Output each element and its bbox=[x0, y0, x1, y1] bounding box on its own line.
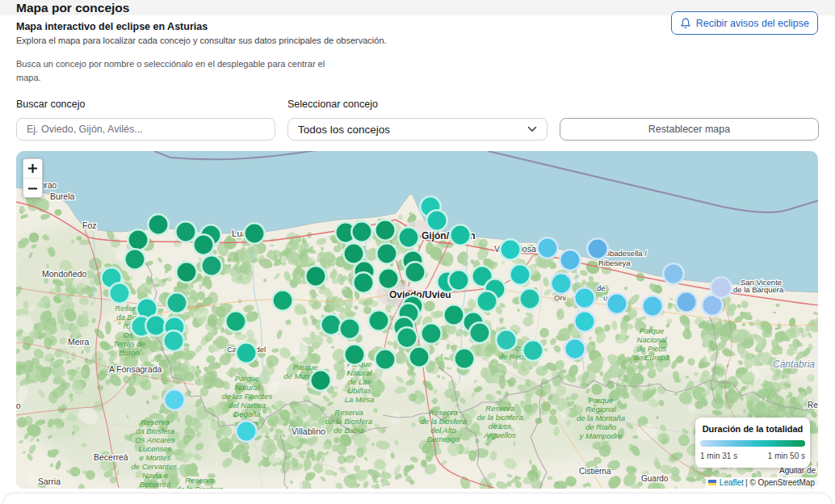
svg-text:Parque: Parque bbox=[589, 396, 614, 405]
svg-text:La Mesa: La Mesa bbox=[345, 395, 374, 404]
svg-text:Villablino: Villablino bbox=[292, 426, 325, 436]
svg-text:Regional: Regional bbox=[585, 405, 616, 414]
svg-text:Natural: Natural bbox=[347, 368, 373, 377]
svg-text:Cistierna: Cistierna bbox=[579, 467, 611, 476]
svg-text:Becerreá: Becerreá bbox=[94, 452, 128, 462]
svg-text:Lucenses: Lucenses bbox=[139, 444, 172, 453]
svg-text:de: de bbox=[597, 284, 606, 292]
svg-text:de Las: de Las bbox=[348, 377, 371, 386]
svg-text:de Los: de Los bbox=[489, 422, 512, 430]
svg-text:Cantabria: Cantabria bbox=[773, 359, 815, 370]
svg-text:de Riaño: de Riaño bbox=[585, 422, 616, 431]
svg-text:Ubiñas: Ubiñas bbox=[347, 386, 371, 395]
svg-text:de Babia: de Babia bbox=[334, 426, 364, 435]
svg-text:Bernesga: Bernesga bbox=[427, 435, 460, 443]
svg-text:da Biosfera: da Biosfera bbox=[136, 426, 174, 435]
svg-text:Natural: Natural bbox=[235, 383, 261, 392]
svg-text:del Alto: del Alto bbox=[430, 426, 455, 435]
svg-text:de Europa: de Europa bbox=[634, 353, 669, 362]
svg-text:de la Biosfera: de la Biosfera bbox=[325, 417, 372, 426]
svg-text:Arguellos: Arguellos bbox=[483, 430, 516, 439]
svg-text:Parque: Parque bbox=[293, 363, 318, 372]
svg-text:de Picos: de Picos bbox=[637, 344, 667, 353]
svg-text:del Narcea: del Narcea bbox=[229, 401, 266, 410]
svg-text:go: go bbox=[16, 401, 21, 410]
svg-text:Reserva: Reserva bbox=[185, 476, 213, 485]
svg-text:de las Fuentes: de las Fuentes bbox=[222, 392, 273, 401]
svg-text:Guardo: Guardo bbox=[641, 474, 669, 483]
svg-text:Becerreá: Becerreá bbox=[140, 480, 171, 489]
svg-text:Os Ancares: Os Ancares bbox=[135, 435, 175, 444]
svg-text:Burela: Burela bbox=[50, 191, 75, 201]
svg-text:de la Biosfera: de la Biosfera bbox=[176, 485, 223, 489]
svg-text:Reino: Reino bbox=[808, 401, 818, 410]
svg-text:Reserva: Reserva bbox=[334, 408, 363, 417]
svg-text:brao: brao bbox=[40, 181, 57, 190]
svg-text:de la biosfera: de la biosfera bbox=[420, 417, 466, 426]
svg-text:Terras de: Terras de bbox=[113, 339, 145, 348]
svg-text:Reserva: Reserva bbox=[485, 404, 514, 413]
svg-text:A Fonsagrada: A Fonsagrada bbox=[109, 364, 162, 374]
svg-text:de Cervantes,: de Cervantes, bbox=[131, 462, 178, 471]
svg-text:Mondoñedo: Mondoñedo bbox=[42, 269, 87, 279]
svg-text:Meira: Meira bbox=[68, 337, 89, 346]
svg-text:y Mampodre: y Mampodre bbox=[579, 431, 623, 440]
svg-text:Reserva: Reserva bbox=[429, 408, 457, 417]
svg-text:Nacional: Nacional bbox=[637, 335, 668, 344]
svg-text:de la biosfera: de la biosfera bbox=[476, 413, 522, 422]
svg-text:e Montes: e Montes bbox=[139, 453, 170, 462]
svg-text:Degaña: Degaña bbox=[233, 410, 260, 418]
svg-text:Burón: Burón bbox=[119, 348, 139, 357]
svg-text:Foz: Foz bbox=[82, 220, 97, 230]
svg-text:Reserva: Reserva bbox=[141, 418, 169, 426]
svg-text:de la Barquera: de la Barquera bbox=[733, 285, 784, 294]
svg-text:Parque: Parque bbox=[235, 374, 260, 383]
svg-text:Ribeseya: Ribeseya bbox=[598, 258, 631, 267]
svg-text:Sarria: Sarria bbox=[38, 477, 61, 486]
svg-text:de la Montaña: de la Montaña bbox=[577, 414, 625, 422]
svg-text:Navia e: Navia e bbox=[142, 471, 168, 480]
svg-text:Parque: Parque bbox=[640, 326, 665, 335]
svg-text:Ribadesella /: Ribadesella / bbox=[602, 249, 647, 258]
